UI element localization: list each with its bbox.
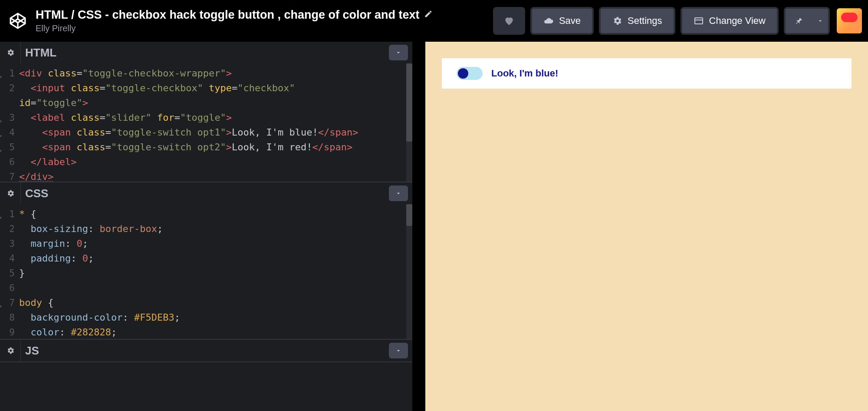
- svg-rect-3: [695, 18, 703, 24]
- panel-head-js: JS: [0, 340, 412, 361]
- pin-icon: [794, 16, 804, 26]
- topbar-buttons: Save Settings Change View: [493, 7, 862, 35]
- panel-collapse-js[interactable]: [389, 343, 408, 358]
- save-button[interactable]: Save: [530, 7, 594, 35]
- panel-head-html: HTML: [0, 42, 412, 63]
- panel-js: JS: [0, 340, 412, 362]
- toggle-wrapper: Look, I'm blue!: [442, 58, 852, 89]
- codepen-logo[interactable]: [6, 9, 30, 33]
- layout-icon: [694, 16, 704, 26]
- code-html[interactable]: <div class="toggle-checkbox-wrapper"> <i…: [19, 66, 412, 179]
- pen-author[interactable]: Elly Pirelly: [36, 23, 433, 33]
- pen-title[interactable]: HTML / CSS - checkbox hack toggle button…: [36, 8, 433, 22]
- code-css[interactable]: * { box-sizing: border-box; margin: 0; p…: [19, 207, 412, 336]
- gutter-html: 1 2 3 4 5 6 7: [0, 66, 19, 179]
- save-label: Save: [559, 15, 581, 27]
- heart-icon: [503, 15, 515, 27]
- panel-settings-html[interactable]: [0, 42, 21, 63]
- code-editor-css[interactable]: 1 2 3 4 5 6 7 8 9 10 11 * { box-sizing: …: [0, 204, 412, 339]
- gear-icon: [612, 16, 622, 26]
- preview-pane: Look, I'm blue!: [425, 42, 868, 411]
- toggle-knob: [458, 68, 468, 79]
- settings-label: Settings: [628, 15, 662, 27]
- heart-button[interactable]: [493, 7, 525, 35]
- code-editor-html[interactable]: 1 2 3 4 5 6 7 <div class="toggle-checkbo…: [0, 63, 412, 182]
- scrollbar-css[interactable]: [406, 204, 412, 339]
- main: HTML 1 2 3 4 5 6 7 <div class="toggle-ch…: [0, 42, 868, 411]
- panel-title-js: JS: [21, 344, 389, 358]
- settings-button[interactable]: Settings: [599, 7, 675, 35]
- panel-collapse-html[interactable]: [389, 45, 408, 60]
- editor-column: HTML 1 2 3 4 5 6 7 <div class="toggle-ch…: [0, 42, 425, 411]
- panel-settings-js[interactable]: [0, 340, 21, 361]
- panel-title-html: HTML: [21, 46, 389, 60]
- pencil-icon[interactable]: [424, 10, 433, 20]
- topbar: HTML / CSS - checkbox hack toggle button…: [0, 0, 868, 42]
- gutter-css: 1 2 3 4 5 6 7 8 9 10 11: [0, 207, 19, 336]
- panel-head-css: CSS: [0, 182, 412, 204]
- panel-settings-css[interactable]: [0, 182, 21, 204]
- pin-dropdown[interactable]: [812, 7, 830, 35]
- change-view-button[interactable]: Change View: [681, 7, 779, 35]
- avatar[interactable]: [837, 8, 862, 33]
- panel-collapse-css[interactable]: [389, 186, 408, 201]
- panel-title-css: CSS: [21, 187, 389, 200]
- title-block: HTML / CSS - checkbox hack toggle button…: [36, 8, 433, 33]
- pen-title-text: HTML / CSS - checkbox hack toggle button…: [36, 8, 420, 22]
- toggle-switch[interactable]: [457, 67, 483, 80]
- panel-css: CSS 1 2 3 4 5 6 7 8 9 10 11: [0, 182, 412, 340]
- pin-button[interactable]: [784, 7, 814, 35]
- scrollbar-html[interactable]: [406, 63, 412, 182]
- change-view-label: Change View: [709, 15, 766, 27]
- panel-html: HTML 1 2 3 4 5 6 7 <div class="toggle-ch…: [0, 42, 412, 182]
- cloud-icon: [543, 16, 554, 26]
- toggle-label: Look, I'm blue!: [491, 68, 558, 79]
